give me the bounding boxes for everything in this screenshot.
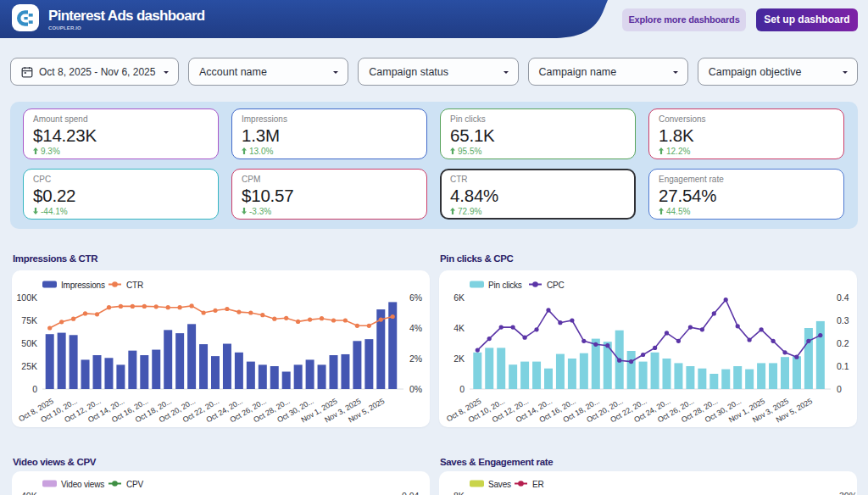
svg-text:6%: 6%	[409, 292, 422, 303]
svg-text:6K: 6K	[453, 292, 465, 303]
svg-text:25K: 25K	[21, 361, 37, 371]
svg-text:0.1: 0.1	[837, 361, 849, 371]
svg-text:100K: 100K	[16, 292, 37, 303]
svg-text:Pin clicks: Pin clicks	[488, 281, 522, 290]
svg-text:4K: 4K	[453, 323, 465, 333]
svg-text:2K: 2K	[453, 353, 465, 364]
svg-text:Impressions: Impressions	[61, 281, 105, 290]
svg-text:Saves: Saves	[488, 480, 511, 489]
svg-text:75K: 75K	[21, 315, 37, 325]
svg-text:CPV: CPV	[126, 480, 143, 489]
svg-text:CPC: CPC	[547, 281, 565, 290]
svg-text:50K: 50K	[21, 338, 37, 348]
svg-text:0.4: 0.4	[837, 292, 849, 303]
svg-text:0%: 0%	[409, 384, 422, 394]
svg-text:ER: ER	[532, 480, 544, 489]
svg-text:0.2: 0.2	[837, 338, 849, 348]
svg-text:0: 0	[32, 384, 37, 394]
svg-text:CTR: CTR	[126, 281, 143, 290]
svg-text:0.3: 0.3	[837, 315, 849, 325]
svg-text:0: 0	[837, 384, 842, 394]
svg-text:4%: 4%	[409, 323, 422, 333]
svg-text:0: 0	[459, 384, 465, 394]
svg-text:Video views: Video views	[61, 480, 104, 489]
svg-text:2%: 2%	[409, 353, 422, 364]
